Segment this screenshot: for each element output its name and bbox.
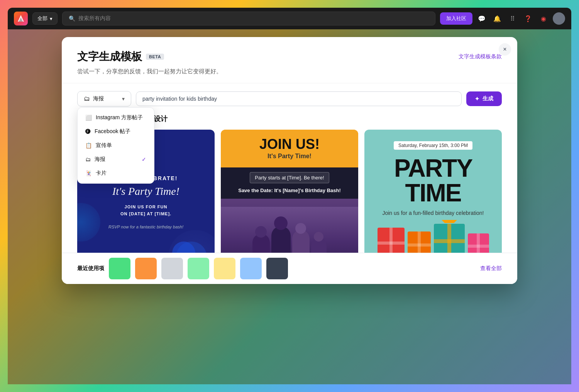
logo-icon xyxy=(14,12,28,25)
dropdown-item-poster[interactable]: 🗂 海报 ✓ xyxy=(81,152,151,166)
help-icon-button[interactable]: ❓ xyxy=(522,12,534,25)
generate-icon: ✦ xyxy=(475,96,479,102)
card-icon: 🃏 xyxy=(85,170,92,176)
recent-item-4[interactable] xyxy=(188,258,209,279)
card-2-join: JOIN US! xyxy=(229,137,350,151)
card-1-rsvp: RSVP now for a fantastic birthday bash! xyxy=(108,224,183,231)
facebook-icon: 🅕 xyxy=(85,128,91,135)
beta-badge: BETA xyxy=(146,54,164,60)
search-placeholder: 搜索所有内容 xyxy=(78,15,111,22)
recent-item-2[interactable] xyxy=(135,258,157,279)
join-community-button[interactable]: 加入社区 xyxy=(440,12,472,25)
view-all-link[interactable]: 查看全部 xyxy=(480,265,502,272)
recent-item-7[interactable] xyxy=(266,258,288,279)
text-to-template-modal: 文字生成模板 BETA 文字生成模板条款 尝试一下，分享您的反馈，我们一起努力让… xyxy=(62,37,517,284)
card-2-party: It's Party Time! xyxy=(229,153,350,160)
card-3-join-text: Join us for a fun-filled birthday celebr… xyxy=(382,210,484,216)
card-2-middle: Party starts at [Time]. Be there! Save t… xyxy=(221,167,358,199)
card-2-save: Save the Date: It's [Name]'s Birthday Ba… xyxy=(229,187,350,194)
bottom-bar: 最近使用项 查看全部 xyxy=(62,253,517,284)
user-avatar[interactable] xyxy=(553,12,565,25)
type-label: 海报 xyxy=(93,95,104,102)
flyer-icon: 📋 xyxy=(85,142,92,149)
search-icon: 🔍 xyxy=(69,15,75,22)
modal-overlay: 文字生成模板 BETA 文字生成模板条款 尝试一下，分享您的反馈，我们一起努力让… xyxy=(8,29,571,384)
check-icon: ✓ xyxy=(142,156,146,162)
global-search-bar[interactable]: 🔍 搜索所有内容 xyxy=(62,12,435,25)
chevron-down-icon: ▾ xyxy=(122,96,125,102)
recent-item-1[interactable] xyxy=(109,258,130,279)
modal-title-row: 文字生成模板 BETA 文字生成模板条款 xyxy=(77,49,502,64)
navbar: 全部 ▾ 🔍 搜索所有内容 加入社区 💬 🔔 ⠿ ❓ ◉ xyxy=(8,8,571,29)
recent-item-5[interactable] xyxy=(214,258,235,279)
poster-icon: 🗂 xyxy=(84,95,90,102)
dropdown-item-facebook[interactable]: 🅕 Facebook 帖子 xyxy=(81,125,151,139)
chevron-down-icon: ▾ xyxy=(50,16,52,22)
poster-icon: 🗂 xyxy=(85,156,91,162)
type-dropdown-menu: ⬜ Instagram 方形帖子 🅕 Facebook 帖子 📋 宣传单 xyxy=(77,107,154,184)
prompt-input[interactable] xyxy=(136,91,462,106)
dropdown-item-instagram[interactable]: ⬜ Instagram 方形帖子 xyxy=(81,111,151,125)
dropdown-item-card[interactable]: 🃏 卡片 xyxy=(81,166,151,180)
card-3-date: Saturday, February 15th, 3:00 PM xyxy=(394,141,472,150)
bell-icon-button[interactable]: 🔔 xyxy=(491,12,503,25)
apps-icon-button[interactable]: ⠿ xyxy=(506,12,519,25)
chat-icon-button[interactable]: 💬 xyxy=(476,12,488,25)
type-dropdown[interactable]: 🗂 海报 ▾ xyxy=(77,91,131,106)
search-row: 🗂 海报 ▾ ✦ 生成 ⬜ Instagram 方形帖子 xyxy=(62,83,517,114)
creative-cloud-icon-button[interactable]: ◉ xyxy=(537,12,550,25)
card-3-party-title: PARTYTIME xyxy=(394,156,472,205)
terms-link[interactable]: 文字生成模板条款 xyxy=(459,53,502,60)
nav-all-label: 全部 xyxy=(37,15,47,22)
recent-item-6[interactable] xyxy=(240,258,262,279)
modal-header: 文字生成模板 BETA 文字生成模板条款 尝试一下，分享您的反馈，我们一起努力让… xyxy=(62,37,517,83)
recent-item-3[interactable] xyxy=(161,258,183,279)
card-1-title: It's Party Time! xyxy=(108,184,183,198)
generate-button[interactable]: ✦ 生成 xyxy=(466,91,502,106)
modal-subtitle: 尝试一下，分享您的反馈，我们一起努力让它变得更好。 xyxy=(77,68,502,75)
card-2-top: JOIN US! It's Party Time! xyxy=(221,130,358,167)
recent-label: 最近使用项 xyxy=(77,265,104,272)
card-2-starts: Party starts at [Time]. Be there! xyxy=(250,172,329,183)
app-container: 全部 ▾ 🔍 搜索所有内容 加入社区 💬 🔔 ⠿ ❓ ◉ xyxy=(0,0,579,392)
card-1-date: ON [DATE] AT [TIME]. xyxy=(108,211,183,216)
dropdown-item-flyer[interactable]: 📋 宣传单 xyxy=(81,139,151,152)
card-1-join: JOIN US FOR FUN xyxy=(108,204,183,209)
modal-title: 文字生成模板 BETA xyxy=(77,49,164,64)
instagram-icon: ⬜ xyxy=(85,115,92,121)
close-button[interactable]: × xyxy=(499,43,511,56)
nav-actions: 加入社区 💬 🔔 ⠿ ❓ ◉ xyxy=(440,12,565,25)
nav-all-dropdown[interactable]: 全部 ▾ xyxy=(32,12,58,25)
page-content: 文字生成模板 BETA 文字生成模板条款 尝试一下，分享您的反馈，我们一起努力让… xyxy=(8,29,571,384)
